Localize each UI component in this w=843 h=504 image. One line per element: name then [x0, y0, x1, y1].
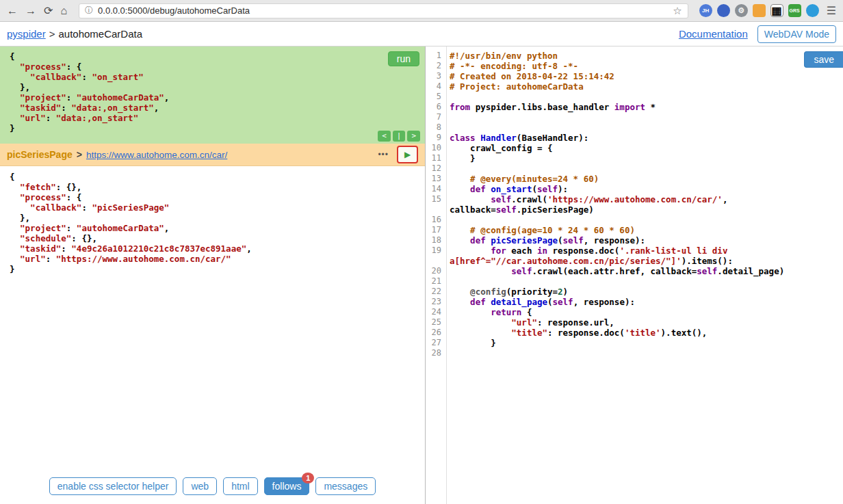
line-number: 11 [426, 153, 445, 163]
line-number: 5 [426, 92, 445, 102]
home-icon[interactable]: ⌂ [60, 5, 67, 17]
prev-task-button[interactable]: < [378, 131, 391, 142]
orange-app-extension-icon[interactable] [753, 4, 766, 17]
follow-more-button[interactable]: ••• [378, 150, 389, 159]
line-number: 10 [426, 143, 445, 153]
json-line: "callback": "picSeriesPage" [5, 202, 419, 213]
forward-icon[interactable]: → [25, 5, 36, 17]
code-line: 2# -*- encoding: utf-8 -*- [426, 61, 843, 71]
line-number: 20 [426, 266, 445, 276]
code-line: 22 @config(priority=2) [426, 287, 843, 297]
code-line: 1#!/usr/bin/env python [426, 51, 843, 61]
line-number: 12 [426, 163, 445, 174]
header-actions: Documentation WebDAV Mode [679, 25, 836, 43]
code-line: 18 def picSeriesPage(self, response): [426, 235, 843, 246]
task-detail-editor[interactable]: { "fetch": {}, "process": { "callback": … [0, 166, 425, 473]
json-line: "url": "https://www.autohome.com.cn/car/… [5, 254, 419, 264]
code-line: 20 self.crawl(each.attr.href, callback=s… [426, 266, 843, 276]
bookmark-star-icon[interactable]: ☆ [673, 5, 682, 17]
json-line: "process": { [5, 192, 419, 202]
code-line: 7 [426, 112, 843, 122]
project-name: autohomeCarData [58, 28, 142, 40]
task-json-editor[interactable]: { "process": { "callback": "on_start" },… [0, 47, 425, 144]
json-line: } [5, 264, 419, 274]
task-nav-buttons: < | > [378, 131, 420, 142]
json-line: "taskid": "data:,on_start", [5, 103, 421, 113]
pyspider-home-link[interactable]: pyspider [7, 28, 46, 40]
json-line: "url": "data:,on_start" [5, 113, 421, 123]
play-icon: ▶ [404, 150, 411, 159]
debug-tabs: enable css selector helperwebhtmlfollows… [0, 473, 425, 504]
next-task-button[interactable]: > [407, 131, 420, 142]
documentation-link[interactable]: Documentation [679, 28, 748, 40]
json-line: { [5, 172, 419, 182]
gear-extension-icon[interactable]: ⚙ [735, 4, 748, 17]
blue-app-extension-icon[interactable] [717, 4, 730, 17]
code-line: 11 } [426, 153, 843, 163]
code-line: 15 self.crawl('https://www.autohome.com.… [426, 194, 843, 215]
json-line: "project": "autohomeCarData", [5, 223, 419, 233]
run-follow-button[interactable]: ▶ [397, 146, 418, 163]
app-header: pyspider > autohomeCarData Documentation… [0, 22, 843, 47]
task-json-content[interactable]: { "process": { "callback": "on_start" },… [5, 51, 421, 133]
task-divider-button[interactable]: | [393, 131, 406, 142]
address-bar[interactable]: ⓘ 0.0.0.0:5000/debug/autohomeCarData ☆ [79, 3, 688, 18]
line-number: 23 [426, 297, 445, 307]
line-number: 3 [426, 71, 445, 81]
line-number: 7 [426, 112, 445, 122]
task-detail-content[interactable]: { "fetch": {}, "process": { "callback": … [5, 172, 419, 274]
follow-callback-label: picSeriesPage [7, 149, 73, 160]
line-number: 6 [426, 102, 445, 112]
line-number: 2 [426, 61, 445, 71]
tab-html[interactable]: html [223, 477, 257, 495]
jh-extension-icon[interactable]: JH [699, 4, 712, 17]
json-line: "fetch": {}, [5, 182, 419, 192]
tab-css-selector-helper[interactable]: enable css selector helper [49, 477, 177, 495]
line-number: 22 [426, 287, 445, 297]
line-number: 27 [426, 338, 445, 348]
tab-web[interactable]: web [183, 477, 217, 495]
breadcrumb-separator: > [49, 28, 55, 40]
line-number: 24 [426, 307, 445, 317]
follows-count-badge: 1 [302, 473, 314, 483]
extensions: JH⚙▦GRS [699, 4, 819, 17]
code-line: 25 "url": response.url, [426, 317, 843, 328]
code-line: 10 crawl_config = { [426, 143, 843, 153]
line-number: 13 [426, 174, 445, 184]
webdav-mode-button[interactable]: WebDAV Mode [757, 25, 836, 43]
line-number: 25 [426, 317, 445, 328]
url-text[interactable]: 0.0.0.0:5000/debug/autohomeCarData [98, 5, 673, 16]
json-line: "process": { [5, 62, 421, 72]
python-code-editor[interactable]: 1#!/usr/bin/env python2# -*- encoding: u… [426, 47, 843, 358]
code-line: 4# Project: autohomeCarData [426, 81, 843, 92]
qr-code-extension-icon[interactable]: ▦ [770, 4, 783, 17]
tab-messages[interactable]: messages [315, 477, 376, 495]
json-line: } [5, 123, 421, 133]
refresh-icon[interactable]: ⟳ [44, 4, 53, 17]
back-icon[interactable]: ← [7, 5, 18, 17]
line-number: 4 [426, 81, 445, 92]
tab-follows[interactable]: follows1 [264, 477, 310, 495]
page-info-icon[interactable]: ⓘ [85, 5, 93, 16]
line-number: 9 [426, 133, 445, 143]
code-editor-panel: 1#!/usr/bin/env python2# -*- encoding: u… [425, 47, 843, 504]
grs-extension-icon[interactable]: GRS [788, 4, 801, 17]
save-button[interactable]: save [804, 51, 843, 68]
code-line: 3# Created on 2018-04-22 15:14:42 [426, 71, 843, 81]
code-line: 26 "title": response.doc('title').text()… [426, 328, 843, 338]
code-line: 8 [426, 122, 843, 133]
code-line: 24 return { [426, 307, 843, 317]
line-number: 16 [426, 215, 445, 225]
follow-url-link[interactable]: https://www.autohome.com.cn/car/ [86, 150, 227, 160]
browser-toolbar: ← → ⟳ ⌂ ⓘ 0.0.0.0:5000/debug/autohomeCar… [0, 0, 843, 22]
run-button[interactable]: run [388, 51, 419, 66]
line-number: 15 [426, 194, 445, 204]
globe-extension-icon[interactable] [806, 4, 819, 17]
code-line: 14 def on_start(self): [426, 184, 843, 194]
json-line: }, [5, 213, 419, 223]
line-number: 8 [426, 122, 445, 133]
browser-menu-icon[interactable]: ☰ [827, 4, 836, 17]
json-line: "callback": "on_start" [5, 72, 421, 82]
line-number: 18 [426, 235, 445, 246]
line-number: 19 [426, 246, 445, 256]
